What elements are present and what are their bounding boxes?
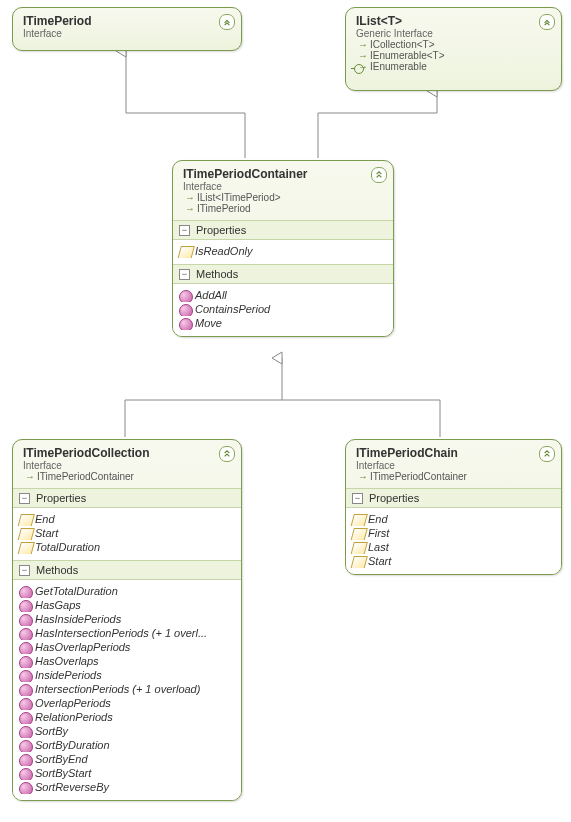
inherits-line: →IList<ITimePeriod> [183, 192, 385, 203]
method-item: RelationPeriods [17, 710, 237, 724]
minus-icon: − [19, 493, 30, 504]
class-title: ITimePeriod [23, 14, 233, 28]
collapse-toggle[interactable] [219, 446, 235, 462]
class-itimeperiodcollection[interactable]: ITimePeriodCollection Interface →ITimePe… [12, 439, 242, 801]
property-item: Last [350, 540, 557, 554]
method-icon [179, 304, 193, 316]
method-item: OverlapPeriods [17, 696, 237, 710]
method-item: HasOverlapPeriods [17, 640, 237, 654]
property-item: Start [350, 554, 557, 568]
class-header: IList<T> Generic Interface →ICollection<… [346, 8, 561, 78]
method-icon [179, 318, 193, 330]
inherits-line: →ITimePeriod [183, 203, 385, 214]
method-item: GetTotalDuration [17, 584, 237, 598]
method-item: SortReverseBy [17, 780, 237, 794]
method-icon [19, 642, 33, 654]
property-icon [350, 528, 368, 540]
method-icon [19, 754, 33, 766]
class-stereotype: Interface [183, 181, 385, 192]
property-icon [350, 514, 368, 526]
section-properties[interactable]: −Properties [346, 488, 561, 508]
method-icon [179, 290, 193, 302]
minus-icon: − [179, 225, 190, 236]
class-header: ITimePeriod Interface [13, 8, 241, 45]
property-item: TotalDuration [17, 540, 237, 554]
methods-list: GetTotalDuration HasGaps HasInsidePeriod… [13, 580, 241, 800]
collapse-toggle[interactable] [539, 446, 555, 462]
class-header: ITimePeriodContainer Interface →IList<IT… [173, 161, 393, 220]
property-item: Start [17, 526, 237, 540]
property-item: IsReadOnly [177, 244, 389, 258]
property-icon [17, 542, 35, 554]
property-icon [350, 556, 368, 568]
class-itimeperiodcontainer[interactable]: ITimePeriodContainer Interface →IList<IT… [172, 160, 394, 337]
method-icon [19, 628, 33, 640]
method-icon [19, 740, 33, 752]
property-icon [17, 514, 35, 526]
method-item: ContainsPeriod [177, 302, 389, 316]
inherits-line: →ICollection<T> [356, 39, 553, 50]
method-item: Move [177, 316, 389, 330]
method-item: AddAll [177, 288, 389, 302]
class-itimeperiod[interactable]: ITimePeriod Interface [12, 7, 242, 51]
class-header: ITimePeriodCollection Interface →ITimePe… [13, 440, 241, 488]
method-icon [19, 768, 33, 780]
class-stereotype: Interface [23, 28, 233, 39]
property-item: End [350, 512, 557, 526]
minus-icon: − [179, 269, 190, 280]
method-icon [19, 656, 33, 668]
method-icon [19, 586, 33, 598]
minus-icon: − [352, 493, 363, 504]
method-item: IntersectionPeriods (+ 1 overload) [17, 682, 237, 696]
method-item: InsidePeriods [17, 668, 237, 682]
method-item: SortByDuration [17, 738, 237, 752]
inherits-line: →IEnumerable<T> [356, 50, 553, 61]
method-icon [19, 782, 33, 794]
method-item: HasIntersectionPeriods (+ 1 overl... [17, 626, 237, 640]
section-properties[interactable]: −Properties [13, 488, 241, 508]
class-header: ITimePeriodChain Interface →ITimePeriodC… [346, 440, 561, 488]
method-icon [19, 726, 33, 738]
class-ilist[interactable]: IList<T> Generic Interface →ICollection<… [345, 7, 562, 91]
class-title: ITimePeriodChain [356, 446, 553, 460]
class-title: ITimePeriodCollection [23, 446, 233, 460]
method-icon [19, 614, 33, 626]
class-title: IList<T> [356, 14, 553, 28]
methods-list: AddAll ContainsPeriod Move [173, 284, 393, 336]
property-item: End [17, 512, 237, 526]
property-icon [17, 528, 35, 540]
property-icon [350, 542, 368, 554]
class-stereotype: Interface [23, 460, 233, 471]
method-item: SortByStart [17, 766, 237, 780]
property-icon [177, 246, 195, 258]
method-item: SortBy [17, 724, 237, 738]
class-stereotype: Generic Interface [356, 28, 553, 39]
method-item: HasOverlaps [17, 654, 237, 668]
section-methods[interactable]: −Methods [13, 560, 241, 580]
method-icon [19, 698, 33, 710]
expand-toggle[interactable] [219, 14, 235, 30]
class-title: ITimePeriodContainer [183, 167, 385, 181]
method-icon [19, 670, 33, 682]
inherits-line: →ITimePeriodContainer [23, 471, 233, 482]
section-properties[interactable]: −Properties [173, 220, 393, 240]
method-icon [19, 712, 33, 724]
expand-toggle[interactable] [539, 14, 555, 30]
properties-list: IsReadOnly [173, 240, 393, 264]
minus-icon: − [19, 565, 30, 576]
method-item: SortByEnd [17, 752, 237, 766]
method-item: HasGaps [17, 598, 237, 612]
method-icon [19, 684, 33, 696]
collapse-toggle[interactable] [371, 167, 387, 183]
section-methods[interactable]: −Methods [173, 264, 393, 284]
lollipop-icon [354, 64, 364, 74]
class-stereotype: Interface [356, 460, 553, 471]
method-item: HasInsidePeriods [17, 612, 237, 626]
class-itimeperiodchain[interactable]: ITimePeriodChain Interface →ITimePeriodC… [345, 439, 562, 575]
method-icon [19, 600, 33, 612]
properties-list: End Start TotalDuration [13, 508, 241, 560]
inherits-line: →ITimePeriodContainer [356, 471, 553, 482]
inherits-line: →IEnumerable [356, 61, 553, 72]
properties-list: End First Last Start [346, 508, 561, 574]
property-item: First [350, 526, 557, 540]
